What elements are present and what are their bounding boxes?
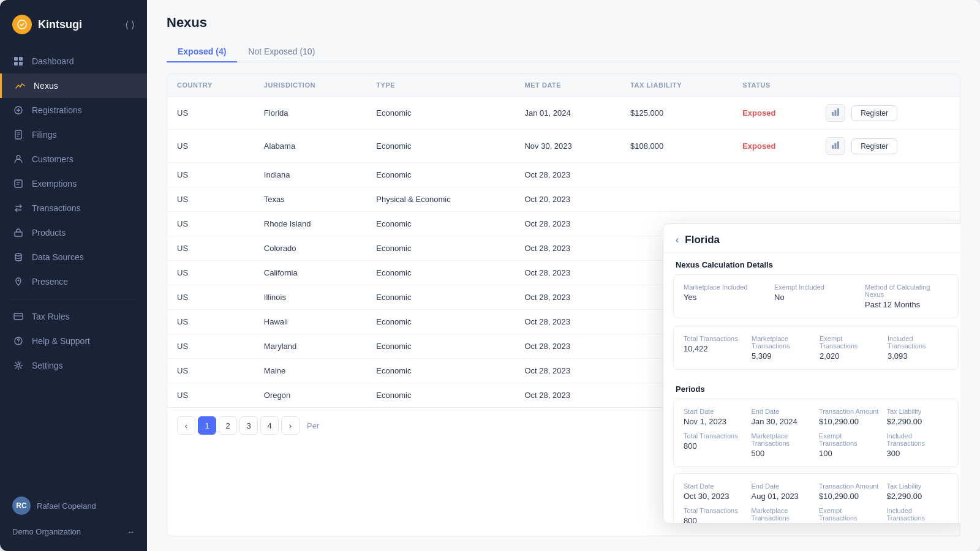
content-area: COUNTRY JURISDICTION TYPE MET DATE TAX L… xyxy=(167,73,960,536)
page-1-button[interactable]: 1 xyxy=(198,416,216,435)
period-marketplace-transactions-label: Marketplace Transactions xyxy=(752,507,813,522)
table-row[interactable]: US Florida Economic Jan 01, 2024 $125,00… xyxy=(167,97,960,130)
period-end-date-value: Aug 01, 2023 xyxy=(752,492,813,501)
register-button[interactable]: Register xyxy=(851,105,897,121)
period-card: Start Date Oct 30, 2023 End Date Aug 01,… xyxy=(673,473,959,523)
period-bottom-grid: Total Transactions 800 Marketplace Trans… xyxy=(684,507,948,523)
cell-type: Economic xyxy=(366,163,514,187)
prev-page-button[interactable]: ‹ xyxy=(177,416,195,435)
period-exempt-transactions-cell: Exempt Transactions 100 xyxy=(819,432,881,458)
sidebar-item-transactions[interactable]: Transactions xyxy=(0,196,147,220)
org-name: Demo Organization xyxy=(12,527,81,536)
chart-button[interactable] xyxy=(826,104,845,122)
settings-icon xyxy=(12,359,24,372)
sidebar-item-registrations[interactable]: Registrations xyxy=(0,98,147,122)
cell-met-date: Oct 28, 2023 xyxy=(514,285,620,310)
sidebar-item-filings[interactable]: Filings xyxy=(0,122,147,147)
sidebar-item-exemptions[interactable]: Exemptions xyxy=(0,171,147,196)
svg-point-19 xyxy=(15,253,21,256)
sidebar-item-tax-rules[interactable]: Tax Rules xyxy=(0,304,147,329)
transactions-icon xyxy=(12,202,24,214)
sidebar-item-presence[interactable]: Presence xyxy=(0,269,147,294)
period-start-date-cell: Start Date Oct 30, 2023 xyxy=(684,482,745,501)
status-badge: Exposed xyxy=(742,141,775,151)
period-transaction-amount-value: $10,290.00 xyxy=(819,417,881,426)
table-row[interactable]: US Alabama Economic Nov 30, 2023 $108,00… xyxy=(167,130,960,163)
sidebar-item-label: Nexus xyxy=(34,81,58,91)
tax-rules-icon xyxy=(12,310,24,323)
svg-rect-28 xyxy=(837,108,839,116)
chart-button[interactable] xyxy=(826,137,845,155)
user-section[interactable]: RC Rafael Copeland xyxy=(0,489,147,522)
period-tax-liability-cell: Tax Liability $2,290.00 xyxy=(887,482,949,501)
cell-tax-liability: $125,000 xyxy=(620,97,733,130)
period-end-date-label: End Date xyxy=(752,408,813,415)
cell-type: Physical & Economic xyxy=(366,187,514,212)
period-included-transactions-label: Included Transactions xyxy=(887,507,949,522)
table-row[interactable]: US Indiana Economic Oct 28, 2023 xyxy=(167,163,960,187)
org-switch-icon: ↔ xyxy=(127,527,135,536)
cell-type: Economic xyxy=(366,334,514,359)
period-marketplace-transactions-value: 500 xyxy=(752,449,813,458)
table-row[interactable]: US Texas Physical & Economic Oct 20, 202… xyxy=(167,187,960,212)
cell-country: US xyxy=(167,310,254,334)
svg-point-24 xyxy=(18,343,18,343)
marketplace-included-value: Yes xyxy=(684,293,767,302)
cell-met-date: Oct 28, 2023 xyxy=(514,383,620,408)
tab-exposed[interactable]: Exposed (4) xyxy=(167,42,237,62)
totals-grid: Total Transactions 10,422 Marketplace Tr… xyxy=(684,335,948,361)
cell-status xyxy=(733,187,816,212)
cell-jurisdiction: Rhode Island xyxy=(254,212,366,236)
svg-point-12 xyxy=(17,156,20,159)
included-transactions-label: Included Transactions xyxy=(888,335,948,350)
sidebar-item-label: Registrations xyxy=(32,105,82,115)
svg-rect-4 xyxy=(19,62,23,66)
cell-jurisdiction: Hawaii xyxy=(254,310,366,334)
tab-not-exposed[interactable]: Not Exposed (10) xyxy=(237,42,326,62)
next-page-button[interactable]: › xyxy=(281,416,300,435)
method-value: Past 12 Months xyxy=(865,300,948,309)
page-3-button[interactable]: 3 xyxy=(239,416,258,435)
cell-jurisdiction: Maryland xyxy=(254,334,366,359)
page-title: Nexus xyxy=(167,15,960,31)
collapse-button[interactable]: ⟨ ⟩ xyxy=(125,19,135,31)
col-type: TYPE xyxy=(366,74,514,97)
sidebar-item-settings[interactable]: Settings xyxy=(0,353,147,378)
sidebar-item-customers[interactable]: Customers xyxy=(0,147,147,171)
sidebar-item-data-sources[interactable]: Data Sources xyxy=(0,245,147,269)
sidebar-item-dashboard[interactable]: Dashboard xyxy=(0,49,147,73)
cell-met-date: Oct 28, 2023 xyxy=(514,261,620,285)
page-4-button[interactable]: 4 xyxy=(260,416,279,435)
cell-tax-liability xyxy=(620,187,733,212)
page-2-button[interactable]: 2 xyxy=(219,416,237,435)
cell-country: US xyxy=(167,187,254,212)
cell-met-date: Jan 01, 2024 xyxy=(514,97,620,130)
period-tax-liability-label: Tax Liability xyxy=(887,482,949,490)
products-icon xyxy=(12,227,24,239)
included-transactions-cell: Included Transactions 3,093 xyxy=(888,335,948,361)
period-bottom-grid: Total Transactions 800 Marketplace Trans… xyxy=(684,432,948,458)
cell-jurisdiction: Oregon xyxy=(254,383,366,408)
cell-met-date: Oct 28, 2023 xyxy=(514,310,620,334)
marketplace-included-label: Marketplace Included xyxy=(684,283,767,291)
period-total-transactions-value: 800 xyxy=(684,441,745,451)
period-end-date-value: Jan 30, 2024 xyxy=(752,417,813,426)
nexus-icon xyxy=(14,80,26,92)
logo-icon xyxy=(12,15,32,34)
sidebar-item-label: Settings xyxy=(32,361,63,370)
cell-type: Economic xyxy=(366,285,514,310)
svg-rect-1 xyxy=(14,57,18,61)
period-total-transactions-cell: Total Transactions 800 xyxy=(684,432,745,458)
sidebar-item-nexus[interactable]: Nexus xyxy=(0,73,147,98)
cell-jurisdiction: California xyxy=(254,261,366,285)
sidebar-item-help-support[interactable]: Help & Support xyxy=(0,329,147,353)
period-transaction-amount-label: Transaction Amount xyxy=(819,482,881,490)
col-met-date: MET DATE xyxy=(514,74,620,97)
back-button[interactable]: ‹ xyxy=(676,234,679,246)
register-button[interactable]: Register xyxy=(851,138,897,154)
sidebar-item-products[interactable]: Products xyxy=(0,220,147,245)
sidebar-item-label: Help & Support xyxy=(32,336,90,346)
marketplace-transactions-cell: Marketplace Transactions 5,309 xyxy=(752,335,812,361)
org-section[interactable]: Demo Organization ↔ xyxy=(0,522,147,541)
svg-rect-18 xyxy=(15,232,22,236)
